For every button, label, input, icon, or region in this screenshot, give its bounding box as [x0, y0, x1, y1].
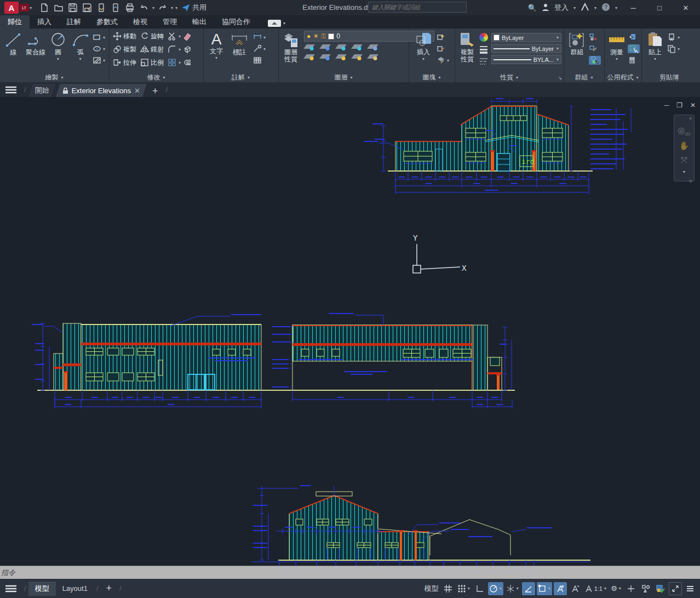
isometric-toggle[interactable]: ▾ [505, 582, 520, 595]
tab-manage[interactable]: 管理 [155, 15, 185, 29]
edit-attributes-button[interactable]: ▾ [437, 56, 450, 65]
object-snap-tracking-toggle[interactable] [522, 582, 535, 595]
copy-clip-button[interactable]: ▾ [667, 44, 680, 53]
new-file-button[interactable] [38, 2, 51, 14]
layout-menu-icon[interactable] [0, 581, 22, 596]
cut-button[interactable]: ▾ [667, 33, 680, 42]
isolate-objects-button[interactable] [624, 582, 638, 595]
layer-match-button[interactable] [367, 54, 378, 59]
signin-label[interactable]: 登入 [554, 3, 569, 13]
mirror-button[interactable]: 鏡射 [151, 45, 166, 54]
measure-button[interactable]: 測量 ▾ [608, 31, 626, 61]
navbar-caret-icon[interactable]: ▾ [682, 169, 686, 174]
scale-icon[interactable] [140, 58, 149, 67]
arc-caret-icon[interactable]: ▾ [79, 56, 82, 61]
qat-overflow-icon[interactable]: ▾ [175, 5, 178, 10]
snap-toggle[interactable]: ▾ [456, 582, 472, 595]
search-icon[interactable]: 🔍 [528, 4, 537, 12]
iso-caret-icon[interactable]: ▾ [516, 586, 519, 591]
arc-button[interactable]: 弧 ▾ [70, 31, 90, 61]
signin-caret-icon[interactable]: ▾ [573, 5, 576, 10]
layer-thaw-all-button[interactable] [335, 54, 347, 59]
array-caret-icon[interactable]: ▾ [178, 60, 181, 65]
trim-icon[interactable] [168, 32, 176, 41]
hatch-button[interactable]: ▾ [93, 56, 106, 65]
insert-block-button[interactable]: 插入 ▾ [412, 31, 434, 61]
hatch-caret-icon[interactable]: ▾ [102, 58, 106, 63]
tab-parametric[interactable]: 參數式 [89, 15, 125, 29]
maximize-button[interactable]: □ [649, 4, 670, 12]
group-selection-toggle[interactable] [589, 56, 601, 65]
text-button[interactable]: A 文字 ▾ [207, 31, 226, 60]
measure-caret-icon[interactable]: ▾ [615, 56, 618, 61]
layer-on-all-button[interactable] [303, 54, 315, 59]
logo-caret-icon[interactable]: ▾ [29, 5, 32, 10]
autodesk-app-icon[interactable] [581, 3, 589, 13]
drawing-canvas[interactable]: irdYX ─ ❐ ✕ ✕ ◎2D ✋ ⤧ ▾ ⊖ 指令 [0, 97, 700, 579]
ellipse-caret-icon[interactable]: ▾ [102, 47, 106, 52]
properties-expander-icon[interactable]: ↘ [558, 75, 562, 81]
panel-label-block[interactable]: 圖塊▾ [409, 72, 455, 82]
tab-insert[interactable]: 插入 [30, 15, 59, 29]
close-button[interactable]: ✕ [675, 4, 697, 12]
cut-caret-icon[interactable]: ▾ [677, 35, 680, 40]
polyline-button[interactable]: 聚合線 [26, 31, 46, 56]
rectangle-caret-icon[interactable]: ▾ [102, 35, 106, 40]
mirror-icon[interactable] [140, 45, 149, 54]
save-to-mobile-button[interactable] [109, 2, 122, 14]
graphics-performance-button[interactable] [654, 582, 667, 595]
selection-filtering-button[interactable] [639, 582, 652, 595]
ellipse-button[interactable]: ▾ [93, 44, 106, 53]
new-layout-icon[interactable]: + [101, 583, 118, 594]
lineweight-dropdown[interactable]: ByLayer▾ [491, 44, 561, 53]
panel-label-clipboard[interactable]: 剪貼簿 [642, 72, 697, 82]
layer-color-swatch[interactable] [328, 33, 334, 39]
doc-minimize-icon[interactable]: ─ [664, 101, 669, 109]
table-button[interactable] [253, 56, 266, 65]
ribbon-display-button[interactable]: ▾ [268, 20, 286, 27]
polar-caret-icon[interactable]: ▾ [499, 586, 502, 591]
annotation-visibility-toggle[interactable] [554, 582, 567, 595]
plot-button[interactable] [123, 2, 136, 14]
panel-label-utilities[interactable]: 公用程式▾ [605, 72, 641, 82]
linear-dim-caret-icon[interactable]: ▾ [263, 35, 266, 40]
linetype-dropdown[interactable]: BYLA...▾ [491, 55, 561, 64]
create-block-button[interactable] [437, 33, 450, 42]
copy-clip-caret-icon[interactable]: ▾ [677, 47, 680, 52]
line-button[interactable]: 線 [3, 31, 24, 56]
group-button[interactable]: 群組 [567, 31, 587, 56]
auto-annotation-scale-toggle[interactable] [569, 582, 582, 595]
start-tab[interactable]: 開始 [28, 84, 56, 97]
move-button[interactable]: 移動 [123, 32, 139, 41]
tab-view[interactable]: 檢視 [125, 15, 155, 29]
polar-tracking-toggle[interactable]: ▾ [488, 582, 503, 595]
stretch-button[interactable]: 拉伸 [123, 58, 139, 67]
open-from-mobile-button[interactable] [95, 2, 108, 14]
file-menu-icon[interactable] [0, 82, 22, 97]
text-caret-icon[interactable]: ▾ [215, 55, 218, 60]
layer-on-icon[interactable]: ● [307, 32, 311, 40]
help-caret-icon[interactable]: ▾ [615, 5, 618, 10]
user-icon[interactable] [541, 3, 550, 13]
autocad-logo[interactable]: A [4, 2, 19, 14]
customization-menu-button[interactable] [684, 582, 697, 595]
annotation-scale-button[interactable]: 1:1▾ [583, 582, 608, 595]
paste-button[interactable]: 貼上 ▾ [645, 31, 665, 61]
erase-icon[interactable] [183, 32, 192, 41]
panel-label-layers[interactable]: 圖層▾ [279, 72, 409, 82]
quick-calc-button[interactable] [628, 56, 640, 65]
match-properties-button[interactable]: 複製性質 [458, 31, 476, 63]
panel-label-annotate[interactable]: 註解▾ [204, 72, 278, 82]
help-icon[interactable]: ? [601, 3, 610, 13]
save-as-button[interactable] [81, 2, 94, 14]
explode-icon[interactable] [183, 45, 192, 54]
save-button[interactable] [66, 2, 79, 14]
fillet-icon[interactable] [168, 45, 176, 54]
osnap-caret-icon[interactable]: ▾ [548, 586, 551, 591]
rotate-icon[interactable] [140, 32, 149, 41]
document-tab[interactable]: Exterior Elevations ✕ [56, 84, 147, 97]
leader-caret-icon[interactable]: ▾ [263, 47, 266, 52]
move-icon[interactable] [113, 32, 122, 41]
edit-block-button[interactable] [437, 44, 450, 53]
quick-select-button[interactable] [628, 33, 640, 42]
